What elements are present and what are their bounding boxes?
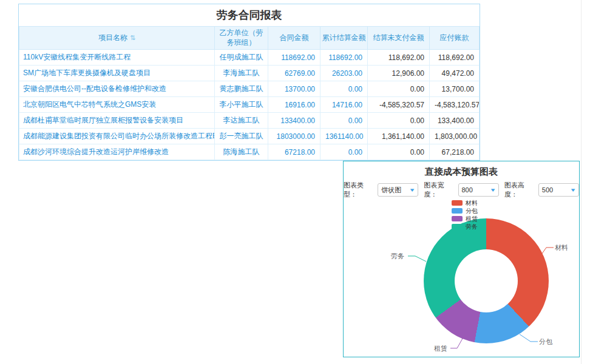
column-header-label: 应付账款 <box>440 33 469 42</box>
legend-swatch <box>452 224 463 229</box>
legend-label: 租赁 <box>466 215 478 222</box>
contractor-cell: 彭一亮施工队 <box>215 129 268 144</box>
contractor-cell: 李小平施工队 <box>215 97 268 113</box>
chart-type-select[interactable]: 饼状图 ▼ <box>378 183 418 197</box>
legend-label: 分包 <box>466 207 478 214</box>
table-row: 成都杜甫草堂临时展厅独立展柜报警设备安装项目李达施工队133400.000.00… <box>19 113 480 129</box>
contractor-cell: 陈海施工队 <box>215 144 268 160</box>
chart-type-control: 图表类型： 饼状图 ▼ <box>344 181 418 199</box>
pie-callout-label: 材料 <box>555 243 568 252</box>
settled-amount-cell: 0.00 <box>320 144 368 160</box>
legend-swatch <box>452 208 463 214</box>
unpaid-amount-cell: 0.00 <box>368 144 430 160</box>
pie-callout-label: 劳务 <box>391 252 404 261</box>
table-header-row: 项目名称⇅乙方单位（劳务班组）合同金额累计结算金额结算未支付金额应付账款 <box>19 27 480 50</box>
chart-width-value: 800 <box>462 186 473 194</box>
contractor-cell: 任明成施工队 <box>215 50 268 66</box>
page-right-divider <box>581 0 582 364</box>
table-row: 110kV安徽线程集变开断线路工程任明成施工队118692.00118692.0… <box>19 50 480 66</box>
contract-amount-cell: 16916.00 <box>268 97 320 113</box>
labor-contract-report-card: 劳务合同报表 项目名称⇅乙方单位（劳务班组）合同金额累计结算金额结算未支付金额应… <box>18 4 480 161</box>
project-name-cell[interactable]: SM广场地下车库更换摄像机及硬盘项目 <box>19 66 215 81</box>
legend-label: 劳务 <box>466 223 478 230</box>
contract-amount-cell: 118692.00 <box>268 50 320 66</box>
settled-amount-cell: 118692.00 <box>320 50 368 66</box>
unpaid-amount-cell: 0.00 <box>368 81 430 97</box>
column-header: 累计结算金额 <box>320 27 368 50</box>
column-header-label: 结算未支付金额 <box>373 33 424 42</box>
contract-amount-cell: 67218.00 <box>268 144 320 160</box>
project-name-cell[interactable]: 成都沙河环境综合提升改造运河护岸维修改造 <box>19 144 215 160</box>
table-row: SM广场地下车库更换摄像机及硬盘项目李海施工队62769.0026203.001… <box>19 66 480 81</box>
chart-height-control: 图表高度： 500 ▼ <box>504 181 579 199</box>
project-name-cell[interactable]: 110kV安徽线程集变开断线路工程 <box>19 50 215 66</box>
payable-cell: 67,218.00 <box>430 144 480 160</box>
payable-cell: 1,803,000.00 <box>430 129 480 144</box>
chart-type-label: 图表类型： <box>344 181 376 199</box>
report-title: 劳务合同报表 <box>19 4 480 26</box>
chart-width-select[interactable]: 800 ▼ <box>458 183 499 197</box>
column-header-label: 合同金额 <box>280 33 309 42</box>
contract-table: 项目名称⇅乙方单位（劳务班组）合同金额累计结算金额结算未支付金额应付账款 110… <box>19 26 480 160</box>
payable-cell: 133,400.00 <box>430 113 480 129</box>
legend-item[interactable]: 劳务 <box>452 223 478 230</box>
contractor-cell: 李海施工队 <box>215 66 268 81</box>
column-header: 结算未支付金额 <box>368 27 430 50</box>
legend-label: 材料 <box>466 200 478 206</box>
table-row: 安徽合肥供电公司--配电设备检修维护和改造黄志鹏施工队13700.000.000… <box>19 81 480 97</box>
pie-chart-area: 材料分包租赁劳务 材料 分包 租赁 劳务 <box>344 200 579 349</box>
payable-cell: -4,583,120.57 <box>430 97 480 113</box>
column-header: 乙方单位（劳务班组） <box>215 27 268 50</box>
sort-icon[interactable]: ⇅ <box>130 34 135 41</box>
cost-budget-chart-panel: 直接成本预算图表 图表类型： 饼状图 ▼ 图表宽度： 800 ▼ 图表高度： 5… <box>343 161 580 357</box>
contractor-cell: 黄志鹏施工队 <box>215 81 268 97</box>
settled-amount-cell: 0.00 <box>320 113 368 129</box>
contractor-cell: 李达施工队 <box>215 113 268 129</box>
donut-hole <box>455 249 518 312</box>
payable-cell: 13,700.00 <box>430 81 480 97</box>
unpaid-amount-cell: 12,906.00 <box>368 66 430 81</box>
chart-height-label: 图表高度： <box>504 181 537 199</box>
project-name-cell[interactable]: 北京朝阳区电气中芯特气系统之GMS安装 <box>19 97 215 113</box>
chevron-down-icon: ▼ <box>409 187 416 193</box>
table-row: 成都能源建设集团投资有限公司临时办公场所装修改造工程EPC彭一亮施工队18030… <box>19 129 480 144</box>
legend-swatch <box>452 200 463 206</box>
pie-callout-label: 租赁 <box>434 344 447 353</box>
column-header: 合同金额 <box>268 27 320 50</box>
settled-amount-cell: 26203.00 <box>320 66 368 81</box>
contract-amount-cell: 13700.00 <box>268 81 320 97</box>
payable-cell: 49,472.00 <box>430 66 480 81</box>
unpaid-amount-cell: 118,692.00 <box>368 50 430 66</box>
table-row: 成都沙河环境综合提升改造运河护岸维修改造陈海施工队67218.000.000.0… <box>19 144 480 160</box>
contract-amount-cell: 133400.00 <box>268 113 320 129</box>
chart-legend: 材料分包租赁劳务 <box>452 200 478 230</box>
settled-amount-cell: 1361140.00 <box>320 129 368 144</box>
chart-controls: 图表类型： 饼状图 ▼ 图表宽度： 800 ▼ 图表高度： 500 ▼ <box>344 183 579 197</box>
donut-pie-chart[interactable] <box>424 218 549 343</box>
table-body: 110kV安徽线程集变开断线路工程任明成施工队118692.00118692.0… <box>19 50 480 160</box>
chart-height-value: 500 <box>542 186 553 194</box>
project-name-cell[interactable]: 安徽合肥供电公司--配电设备检修维护和改造 <box>19 81 215 97</box>
payable-cell: 118,692.00 <box>430 50 480 66</box>
column-header: 应付账款 <box>430 27 480 50</box>
chart-width-control: 图表宽度： 800 ▼ <box>424 181 498 199</box>
settled-amount-cell: 0.00 <box>320 81 368 97</box>
project-name-cell[interactable]: 成都能源建设集团投资有限公司临时办公场所装修改造工程EPC <box>19 129 215 144</box>
project-name-cell[interactable]: 成都杜甫草堂临时展厅独立展柜报警设备安装项目 <box>19 113 215 129</box>
table-head: 项目名称⇅乙方单位（劳务班组）合同金额累计结算金额结算未支付金额应付账款 <box>19 27 480 50</box>
chart-type-value: 饼状图 <box>381 186 401 195</box>
unpaid-amount-cell: 1,361,140.00 <box>368 129 430 144</box>
column-header[interactable]: 项目名称⇅ <box>19 27 215 50</box>
legend-item[interactable]: 材料 <box>452 200 478 206</box>
unpaid-amount-cell: -4,585,320.57 <box>368 97 430 113</box>
legend-item[interactable]: 分包 <box>452 207 478 214</box>
settled-amount-cell: 14716.00 <box>320 97 368 113</box>
pie-callout-label: 分包 <box>539 337 552 346</box>
chart-height-select[interactable]: 500 ▼ <box>538 183 579 197</box>
legend-item[interactable]: 租赁 <box>452 215 478 222</box>
chart-title: 直接成本预算图表 <box>344 166 579 178</box>
chevron-down-icon: ▼ <box>569 187 576 193</box>
column-header-label: 项目名称 <box>98 33 127 42</box>
chevron-down-icon: ▼ <box>489 187 496 193</box>
table-row: 北京朝阳区电气中芯特气系统之GMS安装李小平施工队16916.0014716.0… <box>19 97 480 113</box>
